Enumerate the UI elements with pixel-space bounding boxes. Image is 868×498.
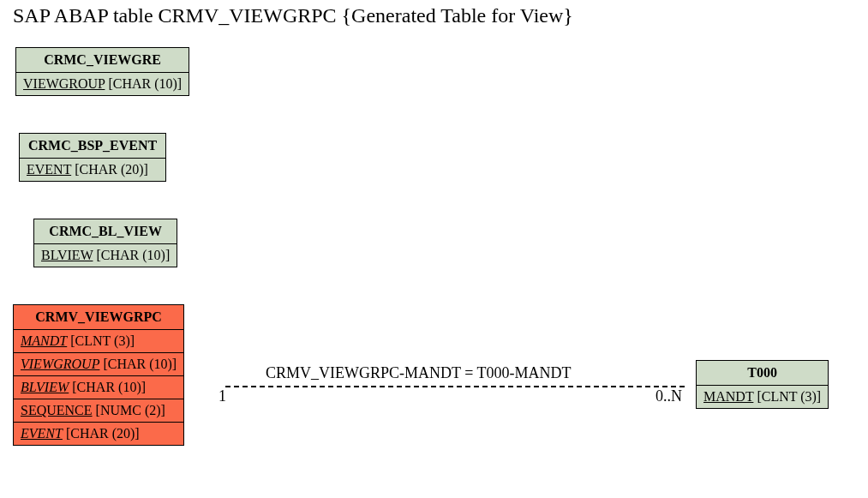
- field-type: [CLNT (3)]: [67, 333, 135, 348]
- entity-header: T000: [697, 361, 828, 386]
- entity-crmc-bsp-event: CRMC_BSP_EVENT EVENT [CHAR (20)]: [19, 133, 166, 182]
- entity-crmc-viewgre: CRMC_VIEWGRE VIEWGROUP [CHAR (10)]: [15, 47, 189, 96]
- field-type: [CLNT (3)]: [753, 389, 821, 404]
- entity-crmc-bl-view: CRMC_BL_VIEW BLVIEW [CHAR (10)]: [33, 219, 177, 267]
- field-name: SEQUENCE: [21, 403, 93, 417]
- field-name: MANDT: [21, 333, 67, 348]
- field-type: [CHAR (10)]: [105, 76, 182, 91]
- field-type: [NUMC (2)]: [93, 403, 165, 417]
- entity-t000: T000 MANDT [CLNT (3)]: [696, 360, 829, 409]
- entity-field-row: BLVIEW [CHAR (10)]: [14, 376, 183, 399]
- entity-field-row: SEQUENCE [NUMC (2)]: [14, 399, 183, 423]
- entity-header: CRMC_BL_VIEW: [34, 219, 177, 244]
- field-name: EVENT: [21, 426, 63, 441]
- entity-field-row: EVENT [CHAR (20)]: [14, 423, 183, 445]
- field-type: [CHAR (10)]: [99, 357, 177, 371]
- entity-crmv-viewgrpc: CRMV_VIEWGRPC MANDT [CLNT (3)] VIEWGROUP…: [13, 304, 184, 446]
- entity-field-row: VIEWGROUP [CHAR (10)]: [14, 353, 183, 376]
- cardinality-left: 1: [218, 387, 226, 405]
- entity-field-row: BLVIEW [CHAR (10)]: [34, 244, 177, 267]
- cardinality-right: 0..N: [655, 387, 682, 405]
- field-type: [CHAR (20)]: [63, 426, 140, 441]
- field-name: BLVIEW: [21, 380, 69, 394]
- field-type: [CHAR (10)]: [93, 248, 170, 262]
- entity-header: CRMV_VIEWGRPC: [14, 305, 183, 330]
- entity-field-row: MANDT [CLNT (3)]: [697, 386, 828, 408]
- field-type: [CHAR (20)]: [71, 162, 148, 177]
- field-name: MANDT: [703, 389, 753, 404]
- field-type: [CHAR (10)]: [69, 380, 146, 394]
- field-name: BLVIEW: [41, 248, 93, 262]
- field-name: VIEWGROUP: [21, 357, 99, 371]
- page-title: SAP ABAP table CRMV_VIEWGRPC {Generated …: [13, 4, 573, 27]
- field-name: VIEWGROUP: [23, 76, 105, 91]
- field-name: EVENT: [27, 162, 71, 177]
- entity-field-row: VIEWGROUP [CHAR (10)]: [16, 73, 189, 95]
- entity-field-row: EVENT [CHAR (20)]: [20, 159, 165, 181]
- entity-header: CRMC_VIEWGRE: [16, 48, 189, 73]
- relationship-label: CRMV_VIEWGRPC-MANDT = T000-MANDT: [266, 364, 572, 382]
- relationship-line: [225, 386, 685, 387]
- entity-header: CRMC_BSP_EVENT: [20, 134, 165, 159]
- entity-field-row: MANDT [CLNT (3)]: [14, 330, 183, 353]
